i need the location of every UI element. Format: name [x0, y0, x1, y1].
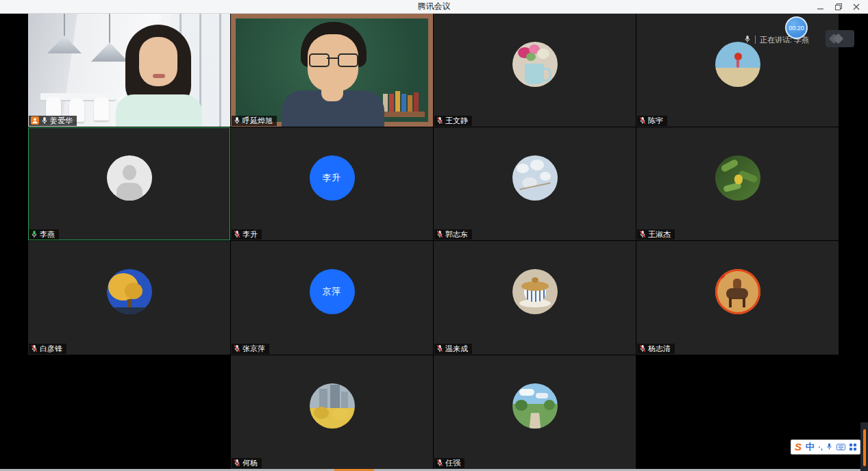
mic-muted-icon	[639, 343, 646, 355]
meeting-timer-badge: 00:20	[785, 16, 808, 39]
mic-muted-icon	[31, 343, 38, 355]
title-bar: 腾讯会议	[0, 0, 868, 14]
avatar	[512, 42, 558, 87]
sogou-logo-icon[interactable]: S	[795, 440, 802, 454]
participant-name: 任强	[445, 459, 460, 468]
window-title: 腾讯会议	[418, 1, 451, 12]
ime-toolbox-icon[interactable]	[850, 441, 856, 453]
ime-voice-icon[interactable]	[826, 441, 832, 453]
participant-name: 郭志东	[445, 230, 468, 239]
host-icon	[31, 115, 39, 127]
mic-muted-icon	[639, 229, 646, 241]
participant-tile[interactable]: 任强	[434, 355, 636, 469]
avatar	[512, 383, 558, 429]
restore-button[interactable]	[830, 0, 847, 13]
mic-muted-icon	[234, 229, 240, 241]
mic-icon	[744, 34, 751, 46]
default-avatar	[107, 155, 152, 201]
avatar	[310, 383, 355, 429]
camera-video	[231, 14, 433, 127]
participant-tile[interactable]: 李燕	[28, 127, 230, 240]
name-badge: 陈宇	[637, 116, 667, 126]
name-badge: 李燕	[29, 229, 59, 240]
name-badge: 呼延烨旭	[232, 116, 277, 126]
participant-tile[interactable]: 陈宇	[636, 14, 839, 127]
mic-on-icon	[41, 115, 48, 127]
participant-name: 陈宇	[648, 116, 663, 125]
name-badge: 杨志清	[637, 344, 675, 354]
mic-muted-icon	[436, 115, 443, 127]
participant-tile[interactable]: 王淑杰	[636, 127, 839, 240]
avatar	[715, 269, 760, 314]
avatar	[512, 269, 558, 314]
participant-name: 何杨	[243, 459, 258, 468]
scrollbar-thumb[interactable]	[863, 429, 866, 466]
window-controls	[812, 0, 865, 13]
participant-name: 呼延烨旭	[243, 116, 273, 125]
divider	[755, 36, 756, 44]
video-grid: 姜爱华 呼延烨旭 王文静	[0, 14, 868, 469]
participant-name: 白彦锋	[40, 344, 62, 353]
name-badge: 何杨	[232, 458, 262, 468]
participant-tile[interactable]: 王文静	[434, 14, 636, 127]
close-button[interactable]	[847, 0, 865, 13]
participant-name: 温来成	[445, 344, 468, 353]
mic-speaking-icon	[31, 229, 38, 241]
mic-muted-icon	[436, 457, 443, 470]
participant-tile[interactable]: 郭志东	[434, 127, 636, 240]
avatar	[715, 155, 760, 201]
camera-video	[28, 14, 230, 127]
participant-name: 张京萍	[243, 344, 265, 353]
mic-muted-icon	[639, 115, 646, 127]
mic-muted-icon	[234, 457, 240, 470]
name-badge: 李升	[232, 229, 262, 240]
participant-tile[interactable]: 白彦锋	[28, 241, 230, 355]
participant-name: 王文静	[445, 116, 468, 125]
participant-tile[interactable]: 杨志清	[636, 241, 839, 355]
edge-scrollbar	[860, 422, 868, 471]
initials-avatar: 李升	[310, 155, 355, 201]
avatar	[512, 155, 558, 201]
participant-name: 姜爱华	[50, 116, 73, 125]
participant-name: 李升	[243, 230, 258, 239]
side-panel-handle[interactable]	[826, 30, 854, 47]
minimize-button[interactable]	[812, 0, 830, 13]
initials-avatar: 京萍	[310, 269, 355, 314]
name-badge: 姜爱华	[29, 116, 77, 126]
participant-tile[interactable]: 温来成	[434, 241, 636, 355]
avatar	[107, 269, 152, 314]
participant-tile[interactable]: 呼延烨旭	[231, 14, 433, 127]
name-badge: 任强	[434, 458, 464, 468]
participant-name: 杨志清	[648, 344, 671, 353]
avatar	[715, 42, 760, 87]
ime-punctuation-toggle[interactable]: ·,	[819, 444, 823, 451]
mic-muted-icon	[436, 229, 443, 241]
participant-tile[interactable]: 何杨	[231, 355, 433, 469]
participant-tile[interactable]: 李升 李升	[231, 127, 433, 240]
ime-language-toggle[interactable]: 中	[806, 441, 815, 453]
name-badge: 温来成	[434, 344, 472, 354]
name-badge: 王文静	[434, 116, 472, 126]
participant-tile[interactable]: 京萍 张京萍	[231, 241, 433, 355]
mic-muted-icon	[234, 343, 240, 355]
name-badge: 张京萍	[232, 344, 269, 354]
name-badge: 王淑杰	[637, 229, 675, 240]
ime-toolbar: S 中 ·,	[791, 440, 860, 455]
participant-name: 李燕	[40, 230, 55, 239]
name-badge: 白彦锋	[29, 344, 66, 354]
participant-tile[interactable]: 姜爱华	[28, 14, 230, 127]
mic-muted-icon	[436, 343, 443, 355]
participant-name: 王淑杰	[648, 230, 671, 239]
name-badge: 郭志东	[434, 229, 472, 240]
ime-keyboard-icon[interactable]	[836, 441, 845, 453]
mic-on-icon	[234, 115, 240, 127]
